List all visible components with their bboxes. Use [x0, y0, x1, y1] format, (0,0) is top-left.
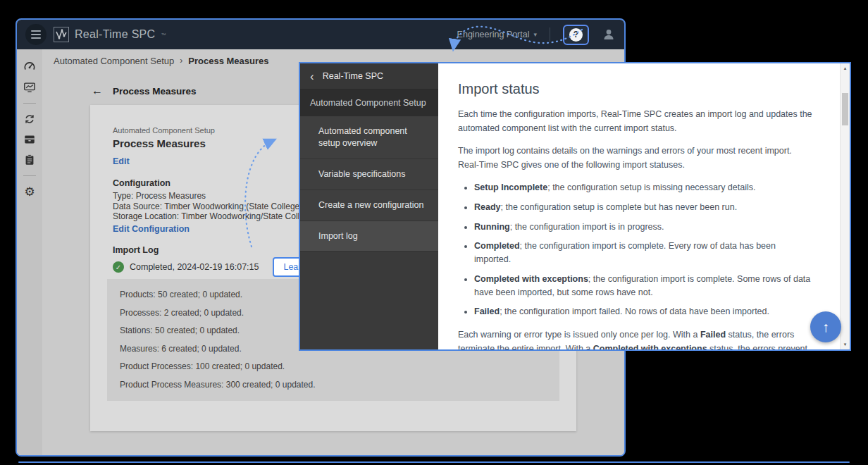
spc-chart-logo-icon: [54, 27, 69, 42]
card-section-label: Automated Component Setup: [113, 126, 215, 135]
breadcrumb-parent[interactable]: Automated Component Setup: [54, 56, 174, 66]
question-mark-icon: ?: [569, 28, 583, 42]
breadcrumb-separator-icon: ›: [180, 56, 182, 66]
scroll-to-top-button[interactable]: ↑: [810, 311, 841, 342]
card-title: Process Measures: [113, 137, 206, 149]
help-title: Import status: [458, 81, 813, 97]
portal-label: Engineering Portal: [457, 30, 530, 39]
status-bullet: Setup Incomplete; the configuration setu…: [474, 181, 813, 194]
help-paragraph-1: Each time the configuration imports, Rea…: [458, 108, 813, 135]
back-arrow-icon[interactable]: ←: [92, 85, 103, 97]
scrollbar-down-icon[interactable]: ▾: [841, 342, 850, 347]
help-sidebar-section: Automated Component Setup: [300, 89, 438, 116]
status-bullet: Ready; the configuration setup is comple…: [474, 201, 813, 214]
help-nav-item-overview[interactable]: Automated component setup overview: [300, 116, 438, 159]
help-content: Import status Each time the configuratio…: [438, 63, 850, 349]
page-title-row: ← Process Measures: [92, 85, 197, 97]
scrollbar-up-icon[interactable]: ▴: [841, 66, 850, 71]
breadcrumb: Automated Component Setup › Process Meas…: [54, 51, 268, 70]
status-bullet: Completed; the configuration import is c…: [474, 240, 813, 266]
stat-line: Product Processes: 100 created; 0 update…: [120, 361, 547, 371]
dashboard-gauge-icon[interactable]: [23, 61, 36, 73]
status-list: Setup Incomplete; the configuration setu…: [474, 181, 813, 318]
status-bullet: Failed; the configuration import failed.…: [474, 305, 813, 318]
import-log-heading: Import Log: [113, 245, 159, 255]
import-status-text: Completed, 2024-02-19 16:07:15: [130, 262, 259, 272]
status-bullet: Running; the configuration import is in …: [474, 221, 813, 234]
settings-gear-icon[interactable]: ⚙: [23, 185, 36, 198]
sync-icon[interactable]: [23, 113, 36, 125]
help-sidebar-brand: Real-Time SPC: [323, 71, 383, 81]
storage-box-icon[interactable]: [23, 133, 36, 146]
help-button[interactable]: ?: [563, 25, 589, 45]
help-sidebar-header[interactable]: ‹ Real-Time SPC: [300, 63, 438, 89]
chevron-down-icon: ▾: [533, 31, 537, 38]
hamburger-menu-icon[interactable]: [25, 24, 46, 45]
rail-divider: [23, 103, 36, 104]
clipboard-icon[interactable]: [23, 154, 36, 166]
edit-configuration-link[interactable]: Edit Configuration: [113, 224, 190, 234]
portal-selector[interactable]: Engineering Portal ▾: [457, 30, 537, 39]
up-arrow-icon: ↑: [822, 319, 829, 335]
left-icon-rail: ⚙: [17, 49, 42, 455]
help-scrollbar[interactable]: ▴ ▾: [840, 63, 850, 349]
stat-line: Product Process Measures: 300 created; 0…: [120, 380, 547, 390]
edit-link[interactable]: Edit: [113, 156, 130, 166]
page-title: Process Measures: [113, 86, 197, 97]
frame-bottom-edge: [18, 461, 850, 463]
help-nav-item-create-config[interactable]: Create a new configuration: [300, 190, 438, 221]
help-nav-item-variable-specs[interactable]: Variable specifications: [300, 159, 438, 190]
chevron-left-icon[interactable]: ‹: [310, 70, 314, 82]
help-paragraph-3: Each warning or error type is issued onl…: [458, 328, 813, 349]
status-bullet: Completed with exceptions; the configura…: [474, 273, 813, 299]
rail-divider: [23, 175, 36, 176]
top-bar: Real-Time SPC ™ Engineering Portal ▾ ?: [17, 20, 624, 49]
brand-name: Real-Time SPC: [75, 28, 155, 41]
help-sidebar: ‹ Real-Time SPC Automated Component Setu…: [300, 63, 438, 349]
charts-monitor-icon[interactable]: [23, 81, 36, 94]
trademark: ™: [161, 32, 166, 37]
success-check-icon: ✓: [113, 261, 124, 273]
breadcrumb-current: Process Measures: [188, 56, 268, 66]
app-logo: Real-Time SPC ™: [54, 27, 166, 42]
configuration-heading: Configuration: [113, 178, 170, 188]
scrollbar-thumb[interactable]: [842, 93, 848, 125]
user-account-icon[interactable]: [602, 27, 616, 42]
help-nav-item-import-log[interactable]: Import log: [300, 221, 438, 252]
help-paragraph-2: The import log contains details on the w…: [458, 144, 813, 172]
help-panel: ‹ Real-Time SPC Automated Component Setu…: [299, 62, 851, 351]
topbar-divider: [550, 27, 550, 42]
